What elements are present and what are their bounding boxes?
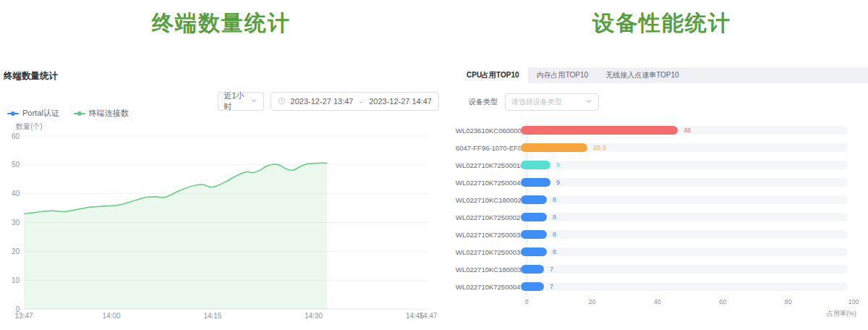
bar-row: WL022710K7250002728 [456,208,868,226]
bar-value-label: 7 [550,266,553,273]
svg-text:30: 30 [12,219,20,227]
terminal-line-chart: 010203040506013:4714:0014:1514:3014:4514… [0,130,443,327]
legend-item-terminal[interactable]: 终端连接数 [74,108,129,119]
time-range-value: 近1小时 [224,90,250,112]
device-type-label: 设备类型 [469,97,498,107]
bar-value-label: 20.3 [593,144,606,151]
bar-track: 20.3 [521,143,848,152]
svg-text:14:00: 14:00 [103,312,121,320]
bar-category-label: WL022710K725000272 [456,213,521,221]
performance-tabs: CPU占用TOP10内存占用TOP10无线接入点速率TOP10 [458,67,868,83]
bar-row: WL022710K7250003698 [456,243,868,261]
bar-track: 8 [521,195,848,204]
bar-fill [521,195,547,204]
x-axis-tick: 0 [524,298,528,305]
x-axis-tick: 100 [848,298,859,305]
bar-category-label: WL022710K725000102 [456,161,521,169]
date-range-separator: - [358,97,364,106]
bar-fill [521,213,547,221]
chevron-down-icon [585,98,592,106]
bar-fill [521,282,544,291]
bar-fill [521,126,678,135]
bar-value-label: 8 [553,231,556,238]
device-type-placeholder: 请选择设备类型 [511,97,562,107]
bar-track: 8 [521,230,848,239]
bar-track: 7 [521,265,848,274]
x-axis-tick: 80 [785,298,792,305]
bar-fill [521,230,547,239]
bar-category-label: WL023610KC06000043 [456,127,521,135]
bar-fill [521,143,587,152]
line-chart-legend: Portal认证终端连接数 [7,108,129,119]
legend-item-portal[interactable]: Portal认证 [7,108,59,119]
legend-marker-icon [7,113,19,114]
terminal-stats-card-title: 终端数量统计 [4,70,58,82]
bar-value-label: 9 [556,179,560,186]
bar-row: WL022710K7250001029 [456,156,868,174]
bar-track: 8 [521,213,848,221]
bar-value-label: 9 [556,161,560,169]
bar-fill [521,161,550,169]
bar-track: 48 [521,126,848,135]
terminal-stats-panel: 终端数量统计 终端数量统计 近1小时 2023-12-27 13:47 - 20… [0,0,443,330]
device-performance-big-title: 设备性能统计 [456,9,868,38]
x-axis-tick: 60 [719,298,726,305]
svg-text:13:47: 13:47 [14,312,33,320]
date-range-start: 2023-12-27 13:47 [291,97,354,106]
bar-track: 8 [521,248,848,256]
svg-text:14:47: 14:47 [419,312,437,320]
bar-category-label: 6047-FF96-1070-EF0A [456,144,521,152]
bar-track: 9 [521,178,848,187]
terminal-stats-big-title: 终端数量统计 [0,9,443,38]
x-axis-unit-label: 占用率(%) [827,309,856,318]
bar-value-label: 8 [553,196,556,203]
bar-row: 6047-FF96-1070-EF0A20.3 [456,139,868,156]
bar-track: 7 [521,282,848,291]
bar-fill [521,265,544,274]
bar-track: 9 [521,161,848,169]
bar-category-label: WL022710KC18000280 [456,196,521,204]
tab-wireless-ap-rate-top10[interactable]: 无线接入点速率TOP10 [597,67,688,83]
bar-value-label: 7 [550,283,553,290]
tab-cpu-top10[interactable]: CPU占用TOP10 [458,67,528,83]
tab-memory-top10[interactable]: 内存占用TOP10 [528,67,597,83]
x-axis-tick: 40 [654,298,661,305]
bar-value-label: 8 [553,213,556,221]
device-type-filter: 设备类型 请选择设备类型 [469,93,599,111]
x-axis-tick: 20 [588,298,595,305]
legend-label: Portal认证 [22,108,59,119]
bar-category-label: WL022710KC18000372 [456,266,521,274]
bar-value-label: 8 [553,248,556,255]
cpu-top10-bar-chart: WL023610KC06000043486047-FF96-1070-EF0A2… [456,122,868,295]
svg-text:14:15: 14:15 [203,312,221,320]
time-range-select[interactable]: 近1小时 [218,92,264,111]
bar-chart-x-axis: 020406080100 [456,298,868,307]
svg-text:10: 10 [12,276,20,284]
date-range-end: 2023-12-27 14:47 [369,97,432,106]
bar-row: WL023610KC0600004348 [456,122,868,139]
bar-fill [521,248,547,256]
bar-fill [521,178,550,187]
bar-row: WL022710KC180002808 [456,191,868,208]
bar-row: WL022710KC180003727 [456,261,868,278]
bar-row: WL022710K7250004099 [456,174,868,191]
bar-category-label: WL022710K725000470 [456,283,521,291]
bar-value-label: 48 [684,127,691,134]
bar-category-label: WL022710K725000409 [456,179,521,187]
device-performance-panel: 设备性能统计 CPU占用TOP10内存占用TOP10无线接入点速率TOP10 设… [456,0,868,330]
bar-category-label: WL022710K725000307 [456,231,521,239]
svg-text:50: 50 [12,161,20,169]
svg-text:40: 40 [12,190,20,198]
clock-icon [278,97,286,106]
svg-text:14:30: 14:30 [305,312,323,320]
date-range-picker[interactable]: 2023-12-27 13:47 - 2023-12-27 14:47 [271,92,439,111]
bar-row: WL022710K7250003078 [456,226,868,243]
legend-marker-icon [74,113,85,114]
bar-row: WL022710K7250004707 [456,278,868,295]
time-controls: 近1小时 2023-12-27 13:47 - 2023-12-27 14:47 [218,92,439,111]
legend-label: 终端连接数 [89,108,129,119]
svg-text:20: 20 [12,248,20,255]
chevron-down-icon [250,97,258,106]
device-type-select[interactable]: 请选择设备类型 [505,93,599,111]
svg-text:60: 60 [12,132,20,140]
